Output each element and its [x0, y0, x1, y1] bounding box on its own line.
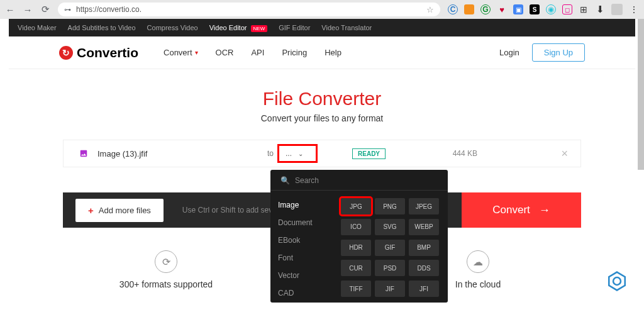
format-jpeg[interactable]: JPEG — [409, 198, 439, 214]
search-icon: 🔍 — [280, 176, 290, 185]
logo-icon: ↻ — [59, 46, 73, 60]
format-svg[interactable]: SVG — [375, 219, 405, 235]
category-list: Image Document EBook Font Vector CAD — [278, 198, 341, 298]
file-size: 444 KB — [453, 149, 477, 158]
extension-icon-7[interactable]: ◉ — [546, 4, 556, 14]
extensions-puzzle-icon[interactable]: ⊞ — [579, 4, 589, 14]
extension-icon-4[interactable]: ♥ — [497, 4, 507, 14]
chevron-down-icon: ⌄ — [298, 150, 303, 157]
new-badge: NEW — [251, 25, 268, 32]
nav-ocr[interactable]: OCR — [216, 48, 234, 57]
reload-button[interactable]: ⟳ — [40, 4, 50, 14]
arrow-right-icon: → — [539, 204, 550, 217]
browser-chrome: ← → ⟳ ⊶ https://convertio.co. ☆ C G ♥ ▣ … — [0, 0, 644, 19]
bookmark-star-icon[interactable]: ☆ — [426, 5, 434, 14]
format-cur[interactable]: CUR — [341, 260, 371, 276]
format-jif[interactable]: JIF — [375, 281, 405, 297]
feature-formats: ⟳ 300+ formats supported — [103, 250, 229, 289]
extension-icon-5[interactable]: ▣ — [513, 4, 523, 14]
primary-nav: Convert▾ OCR API Pricing Help — [164, 48, 341, 57]
page-subtitle: Convert your files to any format — [63, 113, 581, 123]
format-psd[interactable]: PSD — [375, 260, 405, 276]
convert-button[interactable]: Convert → — [462, 192, 581, 228]
svg-point-1 — [613, 277, 621, 285]
category-image[interactable]: Image — [278, 201, 341, 209]
chevron-down-icon: ▾ — [195, 49, 198, 56]
nav-api[interactable]: API — [251, 48, 264, 57]
nav-video-maker[interactable]: Video Maker — [18, 24, 57, 31]
nav-convert[interactable]: Convert▾ — [164, 48, 198, 57]
main-header: ↻ Convertio Convert▾ OCR API Pricing Hel… — [9, 36, 635, 69]
add-more-files-button[interactable]: + Add more files — [75, 199, 164, 222]
support-widget[interactable] — [606, 270, 628, 292]
extension-icon-6[interactable]: S — [530, 4, 540, 14]
url-text: https://convertio.co. — [76, 5, 142, 14]
format-png[interactable]: PNG — [375, 198, 405, 214]
extension-icons: C G ♥ ▣ S ◉ ◻ ⊞ ⬇ ⋮ — [448, 4, 639, 15]
nav-pricing[interactable]: Pricing — [282, 48, 307, 57]
secondary-nav: Video Maker Add Subtitles to Video Compr… — [9, 19, 635, 36]
svg-marker-0 — [609, 272, 625, 291]
logo[interactable]: ↻ Convertio — [59, 45, 138, 60]
category-document[interactable]: Document — [278, 218, 341, 227]
format-tiff[interactable]: TIFF — [341, 281, 371, 297]
nav-gif-editor[interactable]: GIF Editor — [279, 24, 310, 31]
category-cad[interactable]: CAD — [278, 289, 341, 298]
category-ebook[interactable]: EBook — [278, 236, 341, 245]
extension-icon-3[interactable]: G — [480, 4, 491, 14]
filename: Image (13).jfif — [97, 149, 267, 158]
extension-icon-8[interactable]: ◻ — [562, 4, 572, 14]
nav-video-translator[interactable]: Video Translator — [321, 24, 372, 31]
file-type-icon — [79, 148, 89, 158]
nav-compress-video[interactable]: Compress Video — [147, 24, 198, 31]
signup-button[interactable]: Sign Up — [532, 43, 585, 62]
downloads-icon[interactable]: ⬇ — [595, 4, 605, 14]
format-bmp[interactable]: BMP — [409, 240, 439, 256]
status-badge: READY — [352, 148, 386, 159]
to-label: to — [267, 149, 274, 158]
nav-add-subtitles[interactable]: Add Subtitles to Video — [68, 24, 136, 31]
address-bar[interactable]: ⊶ https://convertio.co. ☆ — [58, 3, 440, 16]
category-font[interactable]: Font — [278, 253, 341, 262]
extension-icon-2[interactable] — [464, 4, 474, 14]
dropdown-search[interactable]: 🔍 Search — [270, 170, 448, 191]
format-gif[interactable]: GIF — [375, 240, 405, 256]
format-hdr[interactable]: HDR — [341, 240, 371, 256]
category-vector[interactable]: Vector — [278, 271, 341, 280]
brand-name: Convertio — [77, 45, 138, 60]
format-dds[interactable]: DDS — [409, 260, 439, 276]
forward-button[interactable]: → — [23, 4, 33, 14]
chrome-menu-icon[interactable]: ⋮ — [629, 4, 639, 14]
page-title: File Converter — [63, 88, 581, 109]
scrollbar[interactable] — [638, 19, 644, 170]
file-row: Image (13).jfif to ... ⌄ READY 444 KB × — [63, 140, 581, 167]
nav-video-editor[interactable]: Video Editor — [209, 24, 247, 31]
back-button[interactable]: ← — [5, 4, 15, 14]
auth-area: Login Sign Up — [499, 43, 585, 62]
selected-format: ... — [286, 149, 292, 158]
format-dropdown: 🔍 Search Image Document EBook Font Vecto… — [270, 170, 448, 303]
plus-icon: + — [88, 205, 94, 216]
profile-avatar[interactable] — [611, 4, 623, 15]
format-selector[interactable]: ... ⌄ — [277, 144, 318, 163]
login-link[interactable]: Login — [499, 48, 519, 57]
site-info-icon: ⊶ — [64, 6, 71, 14]
cloud-upload-icon: ☁ — [467, 250, 489, 273]
extension-icon-1[interactable]: C — [448, 4, 458, 14]
refresh-icon: ⟳ — [155, 250, 177, 273]
format-jfi[interactable]: JFI — [409, 281, 439, 297]
format-jpg[interactable]: JPG — [341, 198, 371, 214]
format-grid: JPG PNG JPEG ICO SVG WEBP HDR GIF BMP CU… — [341, 198, 439, 298]
search-placeholder: Search — [295, 176, 319, 185]
remove-file-button[interactable]: × — [561, 147, 568, 160]
nav-help[interactable]: Help — [325, 48, 341, 57]
format-webp[interactable]: WEBP — [409, 219, 439, 235]
format-ico[interactable]: ICO — [341, 219, 371, 235]
